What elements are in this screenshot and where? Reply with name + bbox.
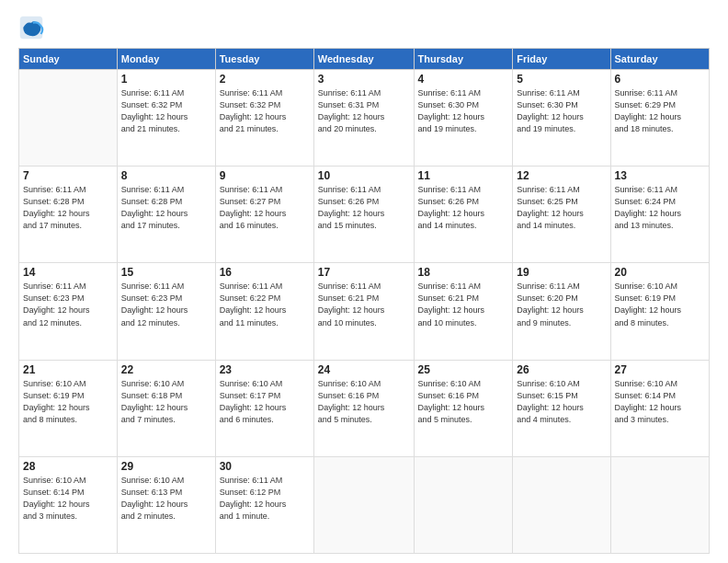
- day-number: 27: [615, 363, 705, 376]
- day-info: Sunrise: 6:11 AM Sunset: 6:28 PM Dayligh…: [121, 184, 211, 232]
- calendar: Sunday Monday Tuesday Wednesday Thursday…: [18, 48, 710, 554]
- header-saturday: Saturday: [610, 49, 709, 70]
- calendar-week-row: 28Sunrise: 6:10 AM Sunset: 6:14 PM Dayli…: [19, 456, 710, 553]
- calendar-cell: [313, 456, 414, 553]
- day-info: Sunrise: 6:11 AM Sunset: 6:30 PM Dayligh…: [418, 87, 509, 135]
- day-info: Sunrise: 6:10 AM Sunset: 6:19 PM Dayligh…: [615, 281, 705, 328]
- logo: [18, 15, 48, 40]
- day-info: Sunrise: 6:11 AM Sunset: 6:26 PM Dayligh…: [318, 184, 410, 232]
- day-number: 10: [318, 169, 410, 182]
- day-number: 28: [23, 460, 113, 473]
- day-info: Sunrise: 6:11 AM Sunset: 6:23 PM Dayligh…: [23, 281, 113, 328]
- day-number: 9: [220, 169, 310, 182]
- calendar-week-row: 21Sunrise: 6:10 AM Sunset: 6:19 PM Dayli…: [19, 360, 710, 456]
- day-info: Sunrise: 6:11 AM Sunset: 6:32 PM Dayligh…: [220, 87, 310, 135]
- header-monday: Monday: [117, 49, 215, 70]
- day-number: 26: [517, 363, 606, 376]
- calendar-cell: 5Sunrise: 6:11 AM Sunset: 6:30 PM Daylig…: [513, 70, 610, 167]
- calendar-cell: 28Sunrise: 6:10 AM Sunset: 6:14 PM Dayli…: [19, 456, 118, 553]
- day-number: 25: [418, 363, 509, 376]
- calendar-cell: 6Sunrise: 6:11 AM Sunset: 6:29 PM Daylig…: [610, 70, 709, 167]
- calendar-cell: 19Sunrise: 6:11 AM Sunset: 6:20 PM Dayli…: [513, 263, 610, 360]
- day-number: 6: [615, 73, 705, 86]
- day-info: Sunrise: 6:10 AM Sunset: 6:16 PM Dayligh…: [418, 378, 509, 426]
- day-number: 24: [318, 363, 410, 376]
- day-number: 3: [318, 73, 410, 86]
- day-info: Sunrise: 6:10 AM Sunset: 6:17 PM Dayligh…: [220, 378, 310, 426]
- calendar-cell: 10Sunrise: 6:11 AM Sunset: 6:26 PM Dayli…: [313, 167, 414, 263]
- calendar-cell: 18Sunrise: 6:11 AM Sunset: 6:21 PM Dayli…: [414, 263, 513, 360]
- calendar-cell: 7Sunrise: 6:11 AM Sunset: 6:28 PM Daylig…: [19, 167, 118, 263]
- day-info: Sunrise: 6:11 AM Sunset: 6:12 PM Dayligh…: [220, 475, 310, 523]
- day-number: 11: [418, 169, 509, 182]
- day-info: Sunrise: 6:11 AM Sunset: 6:21 PM Dayligh…: [418, 281, 509, 328]
- weekday-header-row: Sunday Monday Tuesday Wednesday Thursday…: [19, 49, 710, 70]
- day-number: 21: [23, 363, 113, 376]
- header-sunday: Sunday: [19, 49, 118, 70]
- day-number: 7: [23, 169, 113, 182]
- calendar-cell: 1Sunrise: 6:11 AM Sunset: 6:32 PM Daylig…: [117, 70, 215, 167]
- calendar-cell: 17Sunrise: 6:11 AM Sunset: 6:21 PM Dayli…: [313, 263, 414, 360]
- calendar-week-row: 14Sunrise: 6:11 AM Sunset: 6:23 PM Dayli…: [19, 263, 710, 360]
- day-info: Sunrise: 6:10 AM Sunset: 6:15 PM Dayligh…: [517, 378, 606, 426]
- day-number: 13: [615, 169, 705, 182]
- day-number: 23: [220, 363, 310, 376]
- day-info: Sunrise: 6:11 AM Sunset: 6:23 PM Dayligh…: [121, 281, 211, 328]
- day-number: 4: [418, 73, 509, 86]
- day-info: Sunrise: 6:11 AM Sunset: 6:26 PM Dayligh…: [418, 184, 509, 232]
- day-number: 30: [220, 460, 310, 473]
- day-number: 18: [418, 266, 509, 279]
- calendar-cell: 4Sunrise: 6:11 AM Sunset: 6:30 PM Daylig…: [414, 70, 513, 167]
- day-info: Sunrise: 6:11 AM Sunset: 6:32 PM Dayligh…: [121, 87, 211, 135]
- day-info: Sunrise: 6:10 AM Sunset: 6:14 PM Dayligh…: [615, 378, 705, 426]
- header-tuesday: Tuesday: [215, 49, 313, 70]
- day-info: Sunrise: 6:11 AM Sunset: 6:29 PM Dayligh…: [615, 87, 705, 135]
- calendar-cell: [610, 456, 709, 553]
- day-info: Sunrise: 6:10 AM Sunset: 6:16 PM Dayligh…: [318, 378, 410, 426]
- day-number: 2: [220, 73, 310, 86]
- day-number: 17: [318, 266, 410, 279]
- calendar-cell: 20Sunrise: 6:10 AM Sunset: 6:19 PM Dayli…: [610, 263, 709, 360]
- calendar-cell: 30Sunrise: 6:11 AM Sunset: 6:12 PM Dayli…: [215, 456, 313, 553]
- day-info: Sunrise: 6:10 AM Sunset: 6:14 PM Dayligh…: [23, 475, 113, 523]
- calendar-cell: 29Sunrise: 6:10 AM Sunset: 6:13 PM Dayli…: [117, 456, 215, 553]
- day-info: Sunrise: 6:11 AM Sunset: 6:31 PM Dayligh…: [318, 87, 410, 135]
- calendar-cell: 23Sunrise: 6:10 AM Sunset: 6:17 PM Dayli…: [215, 360, 313, 456]
- day-number: 19: [517, 266, 606, 279]
- page: Sunday Monday Tuesday Wednesday Thursday…: [0, 0, 728, 563]
- calendar-week-row: 1Sunrise: 6:11 AM Sunset: 6:32 PM Daylig…: [19, 70, 710, 167]
- calendar-cell: [414, 456, 513, 553]
- calendar-cell: [513, 456, 610, 553]
- day-info: Sunrise: 6:10 AM Sunset: 6:13 PM Dayligh…: [121, 475, 211, 523]
- calendar-cell: 22Sunrise: 6:10 AM Sunset: 6:18 PM Dayli…: [117, 360, 215, 456]
- calendar-cell: 12Sunrise: 6:11 AM Sunset: 6:25 PM Dayli…: [513, 167, 610, 263]
- calendar-cell: 9Sunrise: 6:11 AM Sunset: 6:27 PM Daylig…: [215, 167, 313, 263]
- day-number: 12: [517, 169, 606, 182]
- day-info: Sunrise: 6:10 AM Sunset: 6:19 PM Dayligh…: [23, 378, 113, 426]
- calendar-week-row: 7Sunrise: 6:11 AM Sunset: 6:28 PM Daylig…: [19, 167, 710, 263]
- calendar-cell: 26Sunrise: 6:10 AM Sunset: 6:15 PM Dayli…: [513, 360, 610, 456]
- calendar-cell: 14Sunrise: 6:11 AM Sunset: 6:23 PM Dayli…: [19, 263, 118, 360]
- logo-icon: [18, 15, 44, 40]
- calendar-cell: 27Sunrise: 6:10 AM Sunset: 6:14 PM Dayli…: [610, 360, 709, 456]
- day-info: Sunrise: 6:11 AM Sunset: 6:21 PM Dayligh…: [318, 281, 410, 328]
- day-info: Sunrise: 6:10 AM Sunset: 6:18 PM Dayligh…: [121, 378, 211, 426]
- header-friday: Friday: [513, 49, 610, 70]
- calendar-cell: 16Sunrise: 6:11 AM Sunset: 6:22 PM Dayli…: [215, 263, 313, 360]
- day-info: Sunrise: 6:11 AM Sunset: 6:20 PM Dayligh…: [517, 281, 606, 328]
- day-number: 8: [121, 169, 211, 182]
- day-number: 20: [615, 266, 705, 279]
- day-number: 5: [517, 73, 606, 86]
- calendar-cell: 3Sunrise: 6:11 AM Sunset: 6:31 PM Daylig…: [313, 70, 414, 167]
- day-number: 16: [220, 266, 310, 279]
- day-info: Sunrise: 6:11 AM Sunset: 6:22 PM Dayligh…: [220, 281, 310, 328]
- calendar-cell: 21Sunrise: 6:10 AM Sunset: 6:19 PM Dayli…: [19, 360, 118, 456]
- calendar-cell: 8Sunrise: 6:11 AM Sunset: 6:28 PM Daylig…: [117, 167, 215, 263]
- calendar-cell: 15Sunrise: 6:11 AM Sunset: 6:23 PM Dayli…: [117, 263, 215, 360]
- header-wednesday: Wednesday: [313, 49, 414, 70]
- day-info: Sunrise: 6:11 AM Sunset: 6:30 PM Dayligh…: [517, 87, 606, 135]
- day-number: 22: [121, 363, 211, 376]
- day-number: 14: [23, 266, 113, 279]
- calendar-cell: 11Sunrise: 6:11 AM Sunset: 6:26 PM Dayli…: [414, 167, 513, 263]
- header: [18, 15, 710, 40]
